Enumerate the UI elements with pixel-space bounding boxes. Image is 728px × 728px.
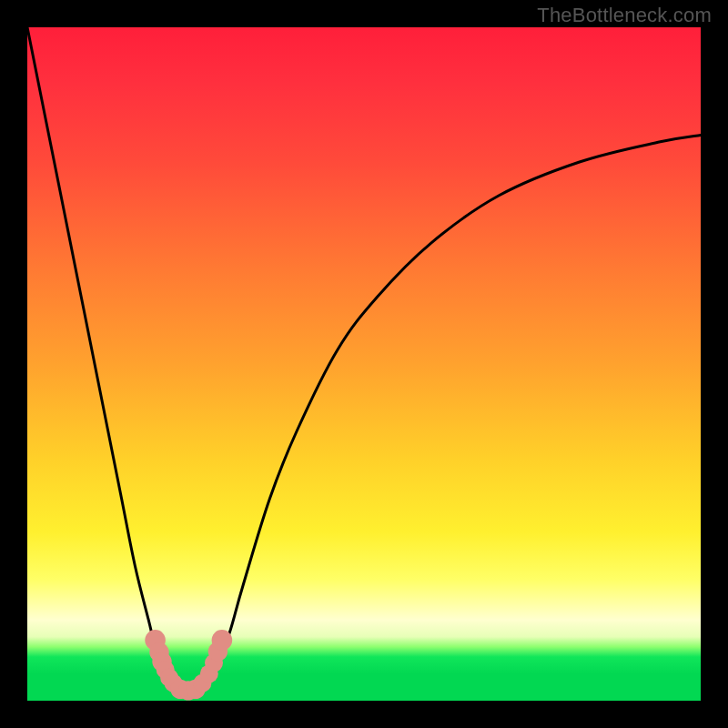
curve-svg (27, 27, 701, 701)
marker-dot (212, 630, 233, 651)
plot-area (27, 27, 701, 701)
watermark-text: TheBottleneck.com (537, 4, 712, 27)
bottleneck-curve (27, 27, 701, 691)
chart-frame: TheBottleneck.com (0, 0, 728, 728)
curve-markers (145, 630, 232, 701)
